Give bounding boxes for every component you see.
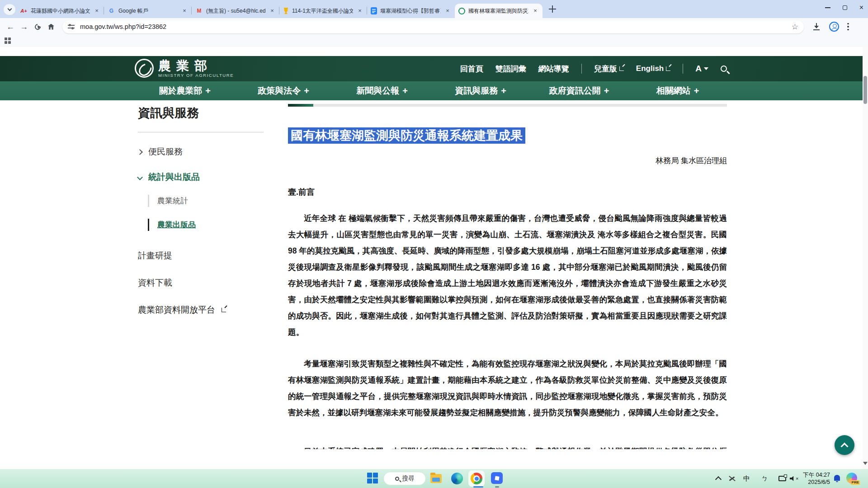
nav-info-services[interactable]: 資訊與服務+: [431, 81, 530, 100]
site-header: 農業部 MINISTRY OF AGRICULTURE 回首頁 雙語詞彙 網站導…: [0, 56, 868, 81]
plus-icon: +: [694, 86, 699, 96]
downloads-icon[interactable]: [813, 23, 820, 30]
close-icon[interactable]: ×: [532, 7, 539, 14]
plus-icon: +: [205, 86, 211, 96]
nav-about-moa[interactable]: 關於農業部+: [136, 81, 234, 100]
scrollbar-down-arrow[interactable]: [863, 462, 868, 467]
clock-date: 2025/6/5: [808, 479, 830, 485]
window-controls: ×: [825, 3, 863, 13]
font-size-label: A: [695, 64, 702, 74]
url-text: moa.gov.tw/ws.php?id=23862: [80, 23, 792, 30]
plus-icon: +: [501, 86, 506, 96]
nav-label: 政策與法令: [258, 85, 301, 97]
mute-x-glyph: ×: [796, 476, 798, 481]
site-info-icon[interactable]: [68, 24, 75, 29]
tab-title: Google 帳戶: [118, 7, 178, 15]
forward-button[interactable]: →: [17, 20, 31, 33]
profile-avatar-icon[interactable]: [829, 22, 839, 32]
nav-gov-info-disclosure[interactable]: 政府資訊公開+: [530, 81, 628, 100]
tray-pen-button[interactable]: [728, 474, 736, 483]
sidebar-item-label: 便民服務: [148, 146, 183, 158]
minimize-icon[interactable]: [825, 7, 830, 8]
external-link-icon: [666, 66, 670, 71]
browser-tab-gmail[interactable]: M (無主旨) - su5e4@hlc.edu.tw ×: [192, 4, 279, 18]
roblox-button[interactable]: [491, 472, 503, 484]
tray-network-button[interactable]: [778, 476, 786, 481]
start-button[interactable]: [367, 473, 379, 484]
url-bar[interactable]: moa.gov.tw/ws.php?id=23862 ☆: [62, 20, 804, 33]
article-paragraph-3-clipped: 目前本系統已完成建置，本局開始利用其進行全國堰塞湖之監控、警戒與通報作業，並於颱…: [288, 443, 727, 449]
tray-notifications-button[interactable]: [834, 475, 840, 481]
taskbar-search[interactable]: 搜尋: [383, 472, 426, 485]
nav-news-bulletin[interactable]: 新聞與公報+: [333, 81, 431, 100]
scroll-to-top-button[interactable]: [835, 435, 854, 455]
font-size-selector[interactable]: A: [695, 64, 708, 74]
back-button[interactable]: ←: [4, 20, 17, 33]
apps-grid-icon[interactable]: [5, 38, 11, 44]
browser-menu-icon[interactable]: [847, 23, 849, 31]
sidebar-item-convenience-services[interactable]: 便民服務: [138, 146, 265, 158]
site-main-nav: 關於農業部+ 政策與法令+ 新聞與公報+ 資訊與服務+ 政府資訊公開+ 相關網站…: [0, 81, 868, 100]
close-icon[interactable]: ×: [93, 7, 100, 14]
close-window-icon[interactable]: ×: [859, 4, 863, 11]
search-icon[interactable]: [721, 66, 727, 72]
article-title: 國有林堰塞湖監測與防災通報系統建置成果: [288, 127, 727, 145]
link-kids-version[interactable]: 兒童版: [594, 64, 624, 74]
tab-title: 花蓮縣國中小網路小論文競賽: [31, 7, 90, 15]
browser-tab-essay-contest[interactable]: A+ 花蓮縣國中小網路小論文競賽 ×: [16, 4, 104, 18]
tab-search-chevron[interactable]: [4, 4, 15, 15]
chevron-up-icon: [841, 443, 849, 450]
folder-icon: [430, 474, 442, 483]
browser-tab-moa-active[interactable]: 國有林堰塞湖監測與防災通報系 ×: [455, 4, 542, 18]
tray-ime-mode[interactable]: 中: [743, 474, 750, 483]
link-sitemap[interactable]: 網站導覽: [538, 64, 569, 74]
new-tab-button[interactable]: [549, 5, 557, 13]
close-icon[interactable]: ×: [181, 7, 188, 14]
chevron-up-icon: [715, 476, 722, 483]
tray-volume-button[interactable]: ×: [790, 476, 798, 481]
link-bilingual-glossary[interactable]: 雙語詞彙: [495, 64, 526, 74]
sidebar-item-agri-publications[interactable]: 農業出版品: [148, 219, 265, 231]
sidebar-item-open-data-platform[interactable]: 農業部資料開放平台: [138, 304, 265, 316]
close-icon[interactable]: ×: [444, 7, 451, 14]
edge-button[interactable]: [451, 473, 463, 484]
tray-ime-keyboard[interactable]: ㄅ: [761, 474, 768, 483]
document-favicon: [371, 7, 377, 14]
restore-icon[interactable]: [843, 5, 847, 10]
home-button[interactable]: [44, 20, 58, 33]
sidebar-item-label: 農業部資料開放平台: [138, 304, 215, 316]
chrome-button-active[interactable]: [468, 470, 485, 487]
sidebar: 資訊與服務 便民服務 統計與出版品 農業統計 農業出版品 計畫研提 資料下載 農…: [138, 105, 265, 316]
trophy-favicon: [283, 8, 289, 14]
article-progress-bar: [288, 104, 727, 107]
copilot-button[interactable]: PRE: [846, 473, 857, 483]
sidebar-item-statistics-publications[interactable]: 統計與出版品: [138, 171, 265, 183]
close-icon[interactable]: ×: [269, 7, 276, 14]
link-english[interactable]: English: [636, 64, 670, 73]
article-paragraph-1: 近年全球 在 極端氣候衝擊下，天然災害頻傳且帶來嚴重的傷害，台灣也遭受威脅，侵台…: [288, 210, 727, 340]
sidebar-item-label: 農業出版品: [157, 221, 196, 229]
sidebar-item-data-download[interactable]: 資料下載: [138, 277, 265, 289]
windows-taskbar: 搜尋 中 ㄅ × 下午 04:27 2025/6/5 PRE: [0, 469, 868, 488]
plus-icon: +: [402, 86, 408, 96]
link-home[interactable]: 回首頁: [460, 64, 483, 74]
reload-button[interactable]: [31, 20, 44, 33]
tray-show-hidden-icons[interactable]: [716, 475, 721, 482]
chevron-down-icon: [137, 174, 143, 180]
chrome-icon: [471, 473, 482, 484]
browser-tab-pacific-cup[interactable]: 114-1太平洋盃全國小論文競賽 ×: [279, 4, 367, 18]
scrollbar-thumb[interactable]: [863, 76, 867, 104]
nav-policy-laws[interactable]: 政策與法令+: [234, 81, 333, 100]
browser-tab-doc[interactable]: 堰塞湖模型心得【郭哲睿】.doc ×: [367, 4, 455, 18]
nav-related-sites[interactable]: 相關網站+: [628, 81, 727, 100]
file-explorer-button[interactable]: [430, 474, 442, 483]
page-scrollbar[interactable]: [863, 47, 868, 469]
tray-clock[interactable]: 下午 04:27 2025/6/5: [799, 471, 830, 486]
sidebar-item-agri-statistics[interactable]: 農業統計: [148, 195, 265, 207]
bookmark-star-icon[interactable]: ☆: [792, 22, 798, 32]
sidebar-item-project-proposal[interactable]: 計畫研提: [138, 250, 265, 262]
close-icon[interactable]: ×: [356, 7, 363, 14]
browser-tab-google-account[interactable]: G Google 帳戶 ×: [104, 4, 192, 18]
link-label: English: [636, 64, 664, 73]
moa-logo[interactable]: 農業部 MINISTRY OF AGRICULTURE: [135, 59, 234, 78]
